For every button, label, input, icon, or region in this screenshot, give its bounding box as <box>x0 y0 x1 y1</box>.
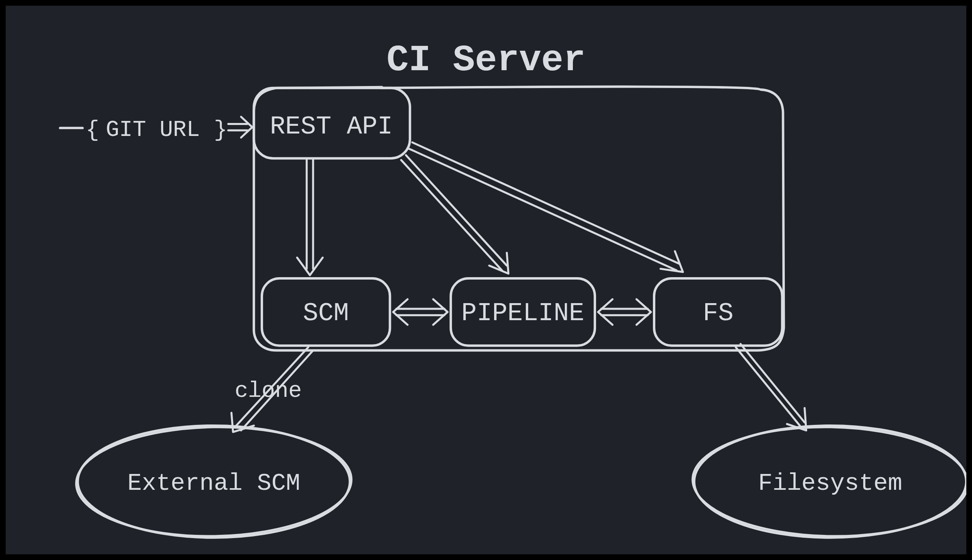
edge-fs-to-filesystem <box>736 344 806 431</box>
input-git-url: { GIT URL } <box>60 117 227 143</box>
svg-line-8 <box>406 155 507 265</box>
diagram-title: CI Server <box>387 39 585 81</box>
edge-restapi-to-fs <box>409 142 683 272</box>
node-pipeline-label: PIPELINE <box>461 299 584 328</box>
edge-scm-to-external-label: clone <box>235 378 302 404</box>
edge-giturl-to-restapi <box>228 117 252 138</box>
svg-line-21 <box>736 347 800 426</box>
node-fs-label: FS <box>703 299 734 328</box>
svg-text:{: { <box>86 117 99 143</box>
node-external-scm: External SCM <box>75 425 352 538</box>
node-external-scm-label: External SCM <box>127 470 300 497</box>
edge-pipeline-fs <box>598 299 651 325</box>
node-filesystem-label: Filesystem <box>758 470 902 497</box>
node-filesystem: Filesystem <box>691 425 966 538</box>
svg-line-9 <box>409 149 677 271</box>
edge-restapi-to-scm <box>297 160 323 275</box>
edge-restapi-to-pipeline <box>401 155 508 274</box>
edge-scm-pipeline <box>393 299 447 325</box>
svg-line-22 <box>741 344 805 422</box>
svg-line-10 <box>413 142 680 264</box>
svg-text:}: } <box>214 117 227 143</box>
node-scm-label: SCM <box>303 299 349 328</box>
node-rest-api-label: REST API <box>270 112 393 141</box>
edge-scm-to-external: clone <box>231 347 313 432</box>
input-git-url-label: GIT URL <box>106 117 200 143</box>
